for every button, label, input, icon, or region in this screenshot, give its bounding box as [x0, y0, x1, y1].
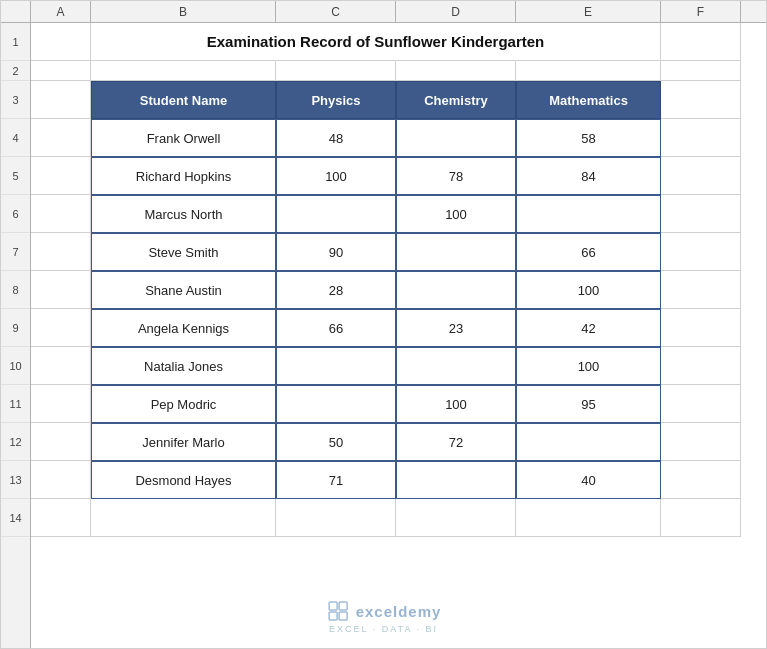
row-num-5: 5 [1, 157, 30, 195]
cell-chemistry-3 [396, 233, 516, 271]
table-row: Jennifer Marlo 50 72 [31, 423, 766, 461]
cell-b2 [91, 61, 276, 81]
svg-rect-3 [339, 612, 347, 620]
cell-f7 [661, 233, 741, 271]
watermark: exceldemy EXCEL · DATA · BI [326, 599, 442, 634]
table-row: Steve Smith 90 66 [31, 233, 766, 271]
cell-a6 [31, 195, 91, 233]
cell-a2 [31, 61, 91, 81]
cell-name-9: Desmond Hayes [91, 461, 276, 499]
cell-a1 [31, 23, 91, 61]
cell-f14 [661, 499, 741, 537]
row-num-7: 7 [1, 233, 30, 271]
svg-rect-1 [339, 602, 347, 610]
cell-math-4: 100 [516, 271, 661, 309]
cell-math-7: 95 [516, 385, 661, 423]
svg-rect-2 [329, 612, 337, 620]
cell-math-1: 84 [516, 157, 661, 195]
cell-chemistry-1: 78 [396, 157, 516, 195]
cell-name-0: Frank Orwell [91, 119, 276, 157]
cell-physics-6 [276, 347, 396, 385]
cell-b14 [91, 499, 276, 537]
cell-physics-7 [276, 385, 396, 423]
cell-f5 [661, 157, 741, 195]
row-num-11: 11 [1, 385, 30, 423]
spreadsheet: A B C D E F 1 2 3 4 5 6 7 8 9 10 11 12 1… [0, 0, 767, 649]
cell-a10 [31, 347, 91, 385]
cell-e14 [516, 499, 661, 537]
cell-chemistry-6 [396, 347, 516, 385]
cell-f6 [661, 195, 741, 233]
watermark-logo: exceldemy [326, 599, 442, 623]
row-num-2: 2 [1, 61, 30, 81]
cell-chemistry-0 [396, 119, 516, 157]
table-row: Pep Modric 100 95 [31, 385, 766, 423]
row-num-10: 10 [1, 347, 30, 385]
row-num-1: 1 [1, 23, 30, 61]
grid: Examination Record of Sunflower Kinderga… [31, 23, 766, 648]
header-chemistry: Chemistry [396, 81, 516, 119]
cell-a4 [31, 119, 91, 157]
row-num-8: 8 [1, 271, 30, 309]
cell-a7 [31, 233, 91, 271]
spreadsheet-title: Examination Record of Sunflower Kinderga… [91, 23, 661, 61]
cell-name-5: Angela Kennigs [91, 309, 276, 347]
cell-name-8: Jennifer Marlo [91, 423, 276, 461]
table-row: Angela Kennigs 66 23 42 [31, 309, 766, 347]
row-num-3: 3 [1, 81, 30, 119]
cell-chemistry-7: 100 [396, 385, 516, 423]
cell-name-3: Steve Smith [91, 233, 276, 271]
table-row: Shane Austin 28 100 [31, 271, 766, 309]
table-row: Marcus North 100 [31, 195, 766, 233]
cell-f8 [661, 271, 741, 309]
row-num-14: 14 [1, 499, 30, 537]
row-num-13: 13 [1, 461, 30, 499]
table-row: Desmond Hayes 71 40 [31, 461, 766, 499]
col-header-d: D [396, 1, 516, 22]
empty-row-14 [31, 499, 766, 537]
cell-a5 [31, 157, 91, 195]
cell-name-6: Natalia Jones [91, 347, 276, 385]
cell-a12 [31, 423, 91, 461]
cell-f3 [661, 81, 741, 119]
cell-math-5: 42 [516, 309, 661, 347]
row-num-9: 9 [1, 309, 30, 347]
cell-chemistry-4 [396, 271, 516, 309]
cell-physics-4: 28 [276, 271, 396, 309]
cell-name-4: Shane Austin [91, 271, 276, 309]
cell-physics-2 [276, 195, 396, 233]
cell-physics-1: 100 [276, 157, 396, 195]
row-num-6: 6 [1, 195, 30, 233]
cell-physics-5: 66 [276, 309, 396, 347]
cell-a9 [31, 309, 91, 347]
cell-math-3: 66 [516, 233, 661, 271]
header-physics: Physics [276, 81, 396, 119]
cell-chemistry-5: 23 [396, 309, 516, 347]
sheet-body: 1 2 3 4 5 6 7 8 9 10 11 12 13 14 Examina… [1, 23, 766, 648]
cell-chemistry-8: 72 [396, 423, 516, 461]
cell-a13 [31, 461, 91, 499]
cell-d14 [396, 499, 516, 537]
cell-e2 [516, 61, 661, 81]
title-row: Examination Record of Sunflower Kinderga… [31, 23, 766, 61]
table-row: Richard Hopkins 100 78 84 [31, 157, 766, 195]
cell-math-8 [516, 423, 661, 461]
header-mathematics: Mathematics [516, 81, 661, 119]
cell-chemistry-9 [396, 461, 516, 499]
empty-row [31, 61, 766, 81]
cell-math-6: 100 [516, 347, 661, 385]
cell-a11 [31, 385, 91, 423]
cell-physics-0: 48 [276, 119, 396, 157]
col-header-e: E [516, 1, 661, 22]
cell-name-2: Marcus North [91, 195, 276, 233]
cell-c14 [276, 499, 396, 537]
col-header-f: F [661, 1, 741, 22]
col-header-a: A [31, 1, 91, 22]
col-header-b: B [91, 1, 276, 22]
cell-math-9: 40 [516, 461, 661, 499]
cell-f9 [661, 309, 741, 347]
cell-physics-9: 71 [276, 461, 396, 499]
cell-d2 [396, 61, 516, 81]
cell-f10 [661, 347, 741, 385]
svg-rect-0 [329, 602, 337, 610]
